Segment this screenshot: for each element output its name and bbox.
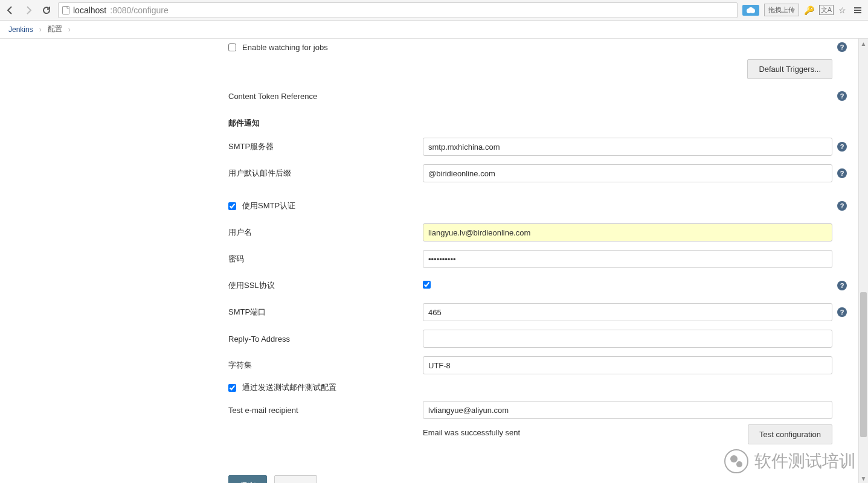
help-icon[interactable]: ? [837,281,847,290]
enable-watching-row: Enable watching for jobs ? [228,39,850,56]
enable-watching-checkbox[interactable] [228,43,236,51]
url-path: :8080/configure [110,5,169,15]
use-ssl-checkbox[interactable] [423,281,431,289]
email-sent-status: Email was successfully sent [423,423,520,437]
default-triggers-button[interactable]: Default Triggers... [747,59,832,79]
reply-to-label: Reply-To Address [228,334,423,344]
chevron-right-icon: › [68,25,71,34]
username-row: 用户名 [228,219,850,246]
help-icon[interactable]: ? [837,201,847,211]
test-send-checkbox[interactable] [228,384,236,392]
help-icon[interactable]: ? [837,91,847,101]
page-icon [62,6,69,14]
password-label: 密码 [228,254,423,264]
help-icon[interactable]: ? [837,142,847,152]
use-smtp-auth-label: 使用SMTP认证 [242,200,295,211]
address-bar[interactable]: localhost:8080/configure [58,2,738,18]
save-button[interactable]: 保存 [228,475,267,483]
test-recipient-row: Test e-mail recipient [228,397,850,423]
content-token-row: Content Token Reference ? [228,83,850,109]
content-token-label: Content Token Reference [228,92,423,101]
charset-input[interactable] [423,356,832,374]
test-recipient-input[interactable] [423,401,832,419]
chrome-action-icons: 🔑 文A ☆ [804,5,846,15]
svg-point-3 [748,7,753,12]
use-ssl-row: 使用SSL协议 ? [228,272,850,299]
watermark-text: 软件测试培训 [754,450,856,473]
help-icon[interactable]: ? [837,307,847,317]
reply-to-row: Reply-To Address [228,325,850,352]
smtp-port-input[interactable] [423,303,832,321]
help-icon[interactable]: ? [837,168,847,178]
breadcrumb: Jenkins › 配置 › [0,21,868,39]
browser-toolbar: localhost:8080/configure 拖拽上传 🔑 文A ☆ [0,0,868,21]
scroll-up-arrow[interactable]: ▲ [859,39,868,48]
breadcrumb-current: 配置 [48,24,62,34]
drag-upload-button[interactable]: 拖拽上传 [764,4,799,16]
test-configuration-button[interactable]: Test configuration [748,424,832,444]
smtp-server-row: SMTP服务器 ? [228,133,850,160]
back-button[interactable] [4,4,17,17]
help-icon[interactable]: ? [837,42,847,52]
default-suffix-input[interactable] [423,164,832,182]
password-input[interactable] [423,250,832,268]
use-ssl-label: 使用SSL协议 [228,280,423,291]
watermark: 软件测试培训 [724,449,856,473]
section-mail-notify: 邮件通知 [228,109,850,133]
breadcrumb-root[interactable]: Jenkins [8,25,33,34]
smtp-port-label: SMTP端口 [228,307,423,318]
enable-watching-label: Enable watching for jobs [242,43,328,52]
vertical-scrollbar[interactable]: ▲ ▼ [858,39,868,483]
use-smtp-auth-row: 使用SMTP认证 ? [228,193,850,219]
test-recipient-label: Test e-mail recipient [228,406,423,415]
smtp-port-row: SMTP端口 ? [228,299,850,325]
scroll-down-arrow[interactable]: ▼ [859,473,868,483]
apply-button[interactable]: Apply [274,475,317,483]
chevron-right-icon: › [39,25,42,34]
smtp-server-label: SMTP服务器 [228,141,423,152]
forward-button[interactable] [22,4,35,17]
wechat-icon [724,449,748,473]
password-row: 密码 [228,246,850,272]
svg-rect-0 [63,6,69,14]
default-suffix-label: 用户默认邮件后缀 [228,168,423,179]
username-input[interactable] [423,223,832,242]
reload-button[interactable] [40,4,53,17]
menu-button[interactable] [851,4,864,17]
page-body: Enable watching for jobs ? Default Trigg… [0,39,868,483]
test-send-row: 通过发送测试邮件测试配置 [228,379,850,397]
default-suffix-row: 用户默认邮件后缀 ? [228,160,850,187]
charset-row: 字符集 [228,352,850,379]
scrollbar-thumb[interactable] [860,292,867,437]
cloud-icon [746,7,756,14]
url-host: localhost [73,5,106,15]
bookmark-icon[interactable]: ☆ [838,5,846,15]
use-smtp-auth-checkbox[interactable] [228,202,236,210]
smtp-server-input[interactable] [423,138,832,156]
username-label: 用户名 [228,227,423,238]
charset-label: 字符集 [228,360,423,371]
translate-icon[interactable]: 文A [819,5,834,15]
reply-to-input[interactable] [423,330,832,348]
test-send-label: 通过发送测试邮件测试配置 [242,382,336,393]
extension-badge[interactable] [742,5,759,16]
key-icon[interactable]: 🔑 [804,5,814,15]
